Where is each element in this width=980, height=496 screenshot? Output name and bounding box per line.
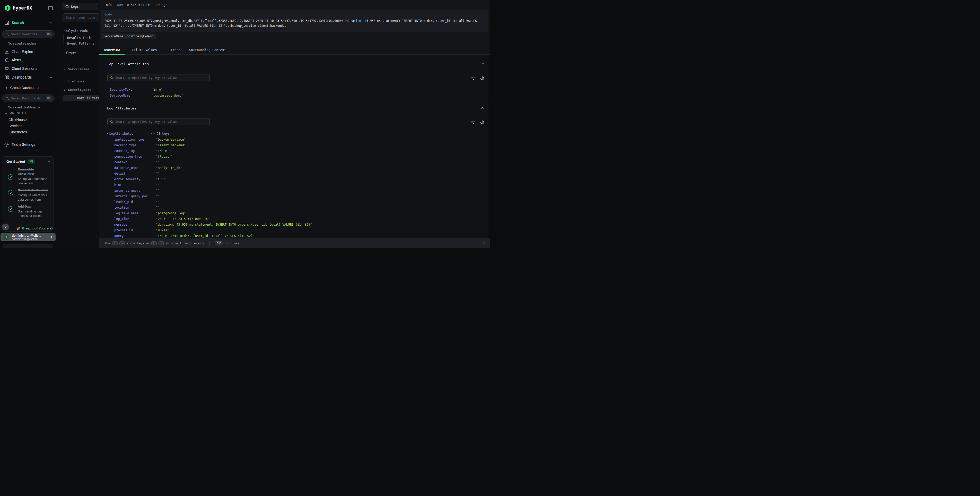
close-icon[interactable] — [482, 241, 487, 245]
tab-surrounding-context[interactable]: Surrounding Context — [184, 46, 231, 54]
attribute-value[interactable]: "2025-11-10 23:59:47.000 UTC" — [156, 216, 210, 222]
collapse-section-icon[interactable] — [481, 62, 485, 66]
attribute-value[interactable]: "postgresql.log" — [156, 211, 186, 216]
search-icon — [5, 97, 9, 100]
caret-down-icon: ▼ — [107, 132, 108, 135]
attribute-key[interactable]: process_id — [114, 227, 133, 233]
shortcut-badge: ⌘K — [46, 96, 52, 100]
filter-group-severitytext[interactable]: SeverityText — [63, 88, 91, 92]
presets-section-header[interactable]: PRESETS — [5, 112, 26, 115]
service-tag-chip[interactable]: ServiceName: postgresql-demo — [101, 33, 156, 39]
sidebar-item-client-sessions[interactable]: Client Sessions — [0, 65, 57, 72]
attribute-key[interactable]: leader_pid — [114, 199, 133, 205]
attribute-value[interactable]: "client backend" — [156, 142, 186, 148]
attribute-key[interactable]: log_time — [114, 216, 129, 222]
tab-trace[interactable]: Trace — [166, 46, 185, 54]
attribute-key[interactable]: ServiceName — [110, 93, 130, 98]
attribute-row: internal_query_pos"" — [99, 193, 485, 199]
sidebar-item-team-settings[interactable]: Team Settings — [0, 141, 57, 148]
chevron-up-icon[interactable] — [47, 160, 51, 163]
sidebar-item-search[interactable]: Search — [0, 19, 57, 27]
preset-item[interactable]: Kubernetes — [8, 130, 27, 134]
saved-dashboards-input[interactable]: Saved Dashboards ⌘K — [2, 94, 54, 102]
relative-time: 2d ago — [156, 3, 167, 7]
attribute-key[interactable]: log.file.name — [114, 211, 138, 216]
attribute-value[interactable]: "" — [156, 193, 159, 199]
attribute-key[interactable]: database_name — [114, 165, 138, 171]
attribute-value[interactable]: "INSERT" — [156, 148, 171, 154]
attribute-row: internal_query"" — [99, 188, 485, 193]
mode-event-patterns[interactable]: Event Patterns — [67, 41, 94, 45]
log-attrs-root-row[interactable]: ▼LogAttributes {} 28 keys — [99, 131, 485, 137]
attribute-key[interactable]: internal_query_pos — [114, 193, 148, 199]
attribute-value[interactable]: "info" — [151, 87, 163, 93]
attribute-key[interactable]: query — [114, 233, 124, 238]
chevron-down-icon — [5, 112, 8, 115]
mode-results-table[interactable]: Results Table — [67, 36, 92, 40]
attribute-value[interactable]: "" — [156, 159, 159, 165]
tab-overview[interactable]: Overview — [99, 46, 124, 54]
saved-searches-input[interactable]: Saved Searches ⌘K — [2, 30, 54, 38]
attribute-value[interactable]: "backup_service" — [156, 137, 186, 142]
logo[interactable]: HyperDX — [0, 3, 57, 13]
gear-icon[interactable] — [480, 76, 485, 80]
attribute-key[interactable]: location — [114, 205, 129, 211]
attribute-value[interactable]: "" — [156, 188, 159, 193]
gear-icon[interactable] — [480, 120, 485, 124]
log-attrs-search-input[interactable]: Search properties by key or value — [107, 118, 210, 125]
attribute-key[interactable]: application_name — [114, 137, 144, 142]
attribute-value[interactable]: "" — [156, 199, 159, 205]
attribute-value[interactable]: "postgresql-demo" — [151, 93, 183, 98]
attribute-value[interactable]: "duration: 45.950 ms statement: INSERT I… — [156, 222, 312, 227]
help-button[interactable]: ? — [2, 223, 9, 230]
sidebar-item-dashboards[interactable]: Dashboards — [0, 74, 57, 81]
log-body-text[interactable]: 2025-11-10 23:59:47.000 UTC,postgres,ana… — [105, 19, 485, 28]
attribute-row: location"" — [99, 205, 485, 211]
create-dashboard-button[interactable]: + Create Dashboard — [5, 86, 38, 89]
preset-item[interactable]: ClickHouse — [8, 118, 27, 122]
load-more-button[interactable]: Load more — [63, 80, 84, 83]
attribute-key[interactable]: detail — [114, 171, 125, 176]
check-circle-icon — [8, 174, 13, 180]
event-details-drawer: info·Nov 10 5:59:47 PM·2d ago Body 2025-… — [99, 0, 490, 248]
attribute-value[interactable]: "INSERT INTO orders (user_id, total) VAL… — [156, 233, 255, 238]
attribute-key[interactable]: command_tag — [114, 148, 135, 154]
check-circle-icon — [8, 190, 13, 195]
wrap-lines-icon[interactable] — [471, 120, 475, 124]
attribute-row: process_id"88711" — [99, 227, 485, 233]
attribute-key[interactable]: hint — [114, 182, 122, 188]
scrollbar-track[interactable] — [488, 55, 490, 248]
user-email: dominic.tran@clickho... — [12, 238, 40, 241]
preset-item[interactable]: Services — [8, 124, 22, 128]
collapse-section-icon[interactable] — [481, 106, 485, 110]
attribute-key[interactable]: backend_type — [114, 142, 137, 148]
filter-group-servicename[interactable]: ServiceName — [63, 67, 89, 71]
attribute-value[interactable]: "" — [156, 182, 159, 188]
attribute-row: message"duration: 45.950 ms statement: I… — [99, 222, 485, 227]
attribute-value[interactable]: "analytics_db" — [156, 165, 182, 171]
sidebar-collapse-icon[interactable] — [48, 6, 53, 11]
get-started-item-desc: Set up your database connection — [18, 177, 50, 186]
sidebar-item-label: Team Settings — [11, 142, 35, 147]
attribute-value[interactable]: "88711" — [156, 227, 169, 233]
attribute-key[interactable]: connection_from — [114, 154, 142, 159]
attribute-key[interactable]: SeverityText — [110, 87, 132, 93]
attribute-value[interactable]: "" — [156, 205, 159, 211]
attribute-key[interactable]: error_severity — [114, 176, 140, 182]
attribute-key[interactable]: internal_query — [114, 188, 140, 193]
sidebar-item-alerts[interactable]: Alerts — [0, 57, 57, 64]
top-attrs-search-input[interactable]: Search properties by key or value — [107, 74, 210, 81]
attribute-value[interactable]: "" — [156, 171, 159, 176]
tab-column-values[interactable]: Column Values — [127, 46, 162, 54]
attribute-value[interactable]: "[local]" — [156, 154, 173, 159]
attribute-key[interactable]: context — [114, 159, 127, 165]
source-select[interactable]: Logs — [62, 3, 98, 10]
get-started-item-title: Add Data — [18, 204, 50, 209]
attribute-key[interactable]: message — [114, 222, 127, 227]
user-account-chip[interactable]: D dominic.tran@clic... dominic.tran@clic… — [0, 233, 56, 241]
chevron-right-icon — [63, 88, 66, 91]
wrap-lines-icon[interactable] — [471, 76, 475, 80]
attribute-row: error_severity"LOG" — [99, 176, 485, 182]
attribute-value[interactable]: "LOG" — [156, 176, 165, 182]
sidebar-item-chart-explorer[interactable]: Chart Explorer — [0, 48, 57, 56]
